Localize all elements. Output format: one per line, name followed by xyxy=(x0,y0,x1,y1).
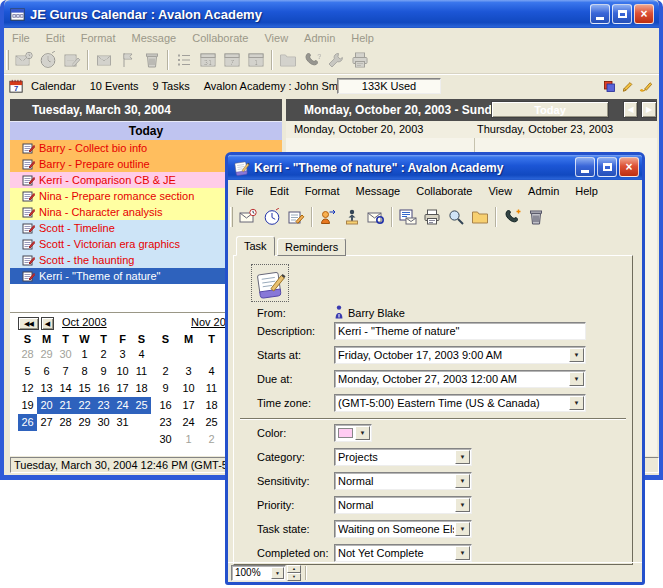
find-icon[interactable] xyxy=(444,205,468,229)
calendar-day[interactable]: 17 xyxy=(113,380,132,397)
calendar-day[interactable]: 2 xyxy=(154,363,177,380)
calendar-day[interactable]: 29 xyxy=(75,414,94,431)
calendar-day[interactable]: 18 xyxy=(132,380,151,397)
dialog-minimize-button[interactable] xyxy=(575,157,595,177)
forward-icon[interactable] xyxy=(316,205,340,229)
calendar-day[interactable]: 18 xyxy=(200,397,223,414)
chevron-down-icon[interactable]: ▼ xyxy=(455,474,470,488)
calendar-day[interactable]: 13 xyxy=(37,380,56,397)
calendar-day[interactable]: 28 xyxy=(18,346,37,363)
calendar-day[interactable]: 10 xyxy=(177,380,200,397)
spinner-up-icon[interactable]: ▲ xyxy=(287,565,301,573)
menu-format[interactable]: Format xyxy=(73,30,124,46)
menu-message[interactable]: Message xyxy=(348,183,409,199)
priority-combo[interactable]: Normal ▼ xyxy=(334,496,472,514)
calendar-day[interactable]: 5 xyxy=(18,363,37,380)
calendar-day[interactable]: 15 xyxy=(75,380,94,397)
menu-file[interactable]: File xyxy=(228,183,262,199)
chevron-down-icon[interactable]: ▼ xyxy=(569,396,584,410)
calendar-day[interactable]: 8 xyxy=(75,363,94,380)
due-at-combo[interactable]: Monday, October 27, 2003 12:00 AM ▼ xyxy=(334,370,586,388)
dialog-close-button[interactable]: × xyxy=(619,157,639,177)
calendar-day[interactable]: 12 xyxy=(18,380,37,397)
tab-reminders[interactable]: Reminders xyxy=(277,238,346,256)
minical-left-title[interactable]: Oct 2003 xyxy=(62,316,107,328)
calendar-day[interactable]: 2 xyxy=(94,346,113,363)
calendar-day[interactable]: 6 xyxy=(37,363,56,380)
calendar-day[interactable]: 1 xyxy=(177,431,200,448)
menu-admin[interactable]: Admin xyxy=(296,30,343,46)
calendar-day[interactable]: 30 xyxy=(154,431,177,448)
chevron-down-icon[interactable]: ▼ xyxy=(455,450,470,464)
menu-help[interactable]: Help xyxy=(343,30,382,46)
calendar-day[interactable]: 21 xyxy=(56,397,75,414)
calendar-day[interactable]: 24 xyxy=(177,414,200,431)
starts-at-combo[interactable]: Friday, October 17, 2003 9:00 AM ▼ xyxy=(334,346,586,364)
menu-collaborate[interactable]: Collaborate xyxy=(184,30,256,46)
calendar-day[interactable]: 25 xyxy=(200,414,223,431)
calendar-day[interactable]: 22 xyxy=(75,397,94,414)
calendar-day[interactable]: 3 xyxy=(177,363,200,380)
menu-view[interactable]: View xyxy=(256,30,296,46)
mail-list-icon[interactable] xyxy=(396,205,420,229)
close-button[interactable]: × xyxy=(634,4,654,24)
calendar-day[interactable]: 31 xyxy=(113,414,132,431)
calendar-day[interactable]: 30 xyxy=(94,414,113,431)
calendar-day[interactable]: 16 xyxy=(154,397,177,414)
tab-task[interactable]: Task xyxy=(236,236,275,256)
chevron-down-icon[interactable]: ▼ xyxy=(569,372,584,386)
new-task-icon[interactable] xyxy=(260,205,284,229)
layers-icon[interactable] xyxy=(602,79,617,94)
calendar-day[interactable]: 24 xyxy=(113,397,132,414)
calendar-day[interactable]: 3 xyxy=(113,346,132,363)
chevron-down-icon[interactable]: ▼ xyxy=(569,348,584,362)
next-week-button[interactable]: ▶ xyxy=(641,101,657,118)
chevron-down-icon[interactable]: ▼ xyxy=(455,546,470,560)
calendar-day[interactable]: 14 xyxy=(56,380,75,397)
chevron-down-icon[interactable]: ▼ xyxy=(455,498,470,512)
assign-icon[interactable] xyxy=(340,205,364,229)
print-icon[interactable] xyxy=(420,205,444,229)
calendar-day[interactable]: 9 xyxy=(154,380,177,397)
calendar-day[interactable]: 2 xyxy=(200,431,223,448)
calendar-day[interactable]: 26 xyxy=(18,414,37,431)
task-state-combo[interactable]: Waiting on Someone Else ▼ xyxy=(334,520,472,538)
calendar-day[interactable]: 25 xyxy=(132,397,151,414)
calendar-day[interactable]: 4 xyxy=(200,363,223,380)
calendar-day[interactable]: 27 xyxy=(37,414,56,431)
call-icon[interactable] xyxy=(500,205,524,229)
calendar-day[interactable]: 30 xyxy=(56,346,75,363)
chevron-down-icon[interactable]: ▼ xyxy=(455,522,470,536)
calendar-back-month-button[interactable]: ◀ xyxy=(41,317,54,330)
menu-help[interactable]: Help xyxy=(567,183,606,199)
calendar-day[interactable]: 28 xyxy=(56,414,75,431)
calendar-day[interactable]: 20 xyxy=(37,397,56,414)
calendar-day[interactable]: 19 xyxy=(18,397,37,414)
color-combo[interactable]: ▼ xyxy=(334,424,372,442)
delete-icon[interactable] xyxy=(524,205,548,229)
menu-edit[interactable]: Edit xyxy=(262,183,297,199)
calendar-day[interactable]: 23 xyxy=(154,414,177,431)
zoom-spinner[interactable]: ▲ ▼ xyxy=(287,565,301,581)
today-button[interactable]: Today xyxy=(491,101,609,118)
menu-view[interactable]: View xyxy=(480,183,520,199)
menu-message[interactable]: Message xyxy=(124,30,185,46)
menu-admin[interactable]: Admin xyxy=(520,183,567,199)
new-note-icon[interactable] xyxy=(284,205,308,229)
chevron-down-icon[interactable]: ▼ xyxy=(355,426,370,440)
signature-pen-icon[interactable] xyxy=(638,79,653,94)
calendar-day[interactable]: 10 xyxy=(113,363,132,380)
chevron-down-icon[interactable]: ▼ xyxy=(271,567,284,579)
calendar-day[interactable]: 11 xyxy=(200,380,223,397)
calendar-day[interactable]: 17 xyxy=(177,397,200,414)
calendar-day[interactable]: 23 xyxy=(94,397,113,414)
dialog-maximize-button[interactable] xyxy=(597,157,617,177)
sensitivity-combo[interactable]: Normal ▼ xyxy=(334,472,472,490)
menu-format[interactable]: Format xyxy=(297,183,348,199)
zoom-level-combo[interactable]: 100% ▼ xyxy=(231,565,286,581)
folder-icon[interactable] xyxy=(468,205,492,229)
calendar-day[interactable]: 29 xyxy=(37,346,56,363)
calendar-day[interactable]: 9 xyxy=(94,363,113,380)
menu-edit[interactable]: Edit xyxy=(38,30,73,46)
pencil-icon[interactable] xyxy=(620,79,635,94)
